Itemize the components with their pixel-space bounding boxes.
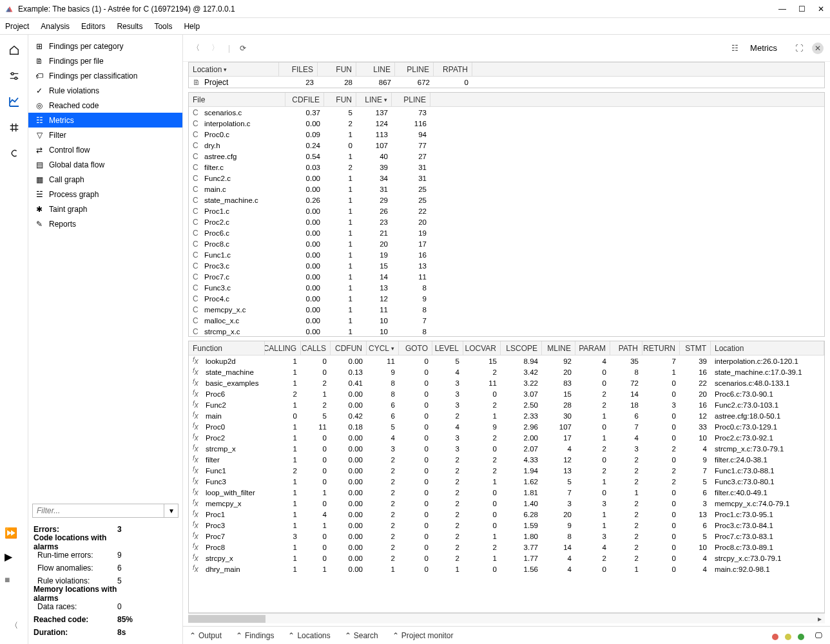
menu-results[interactable]: Results <box>117 22 142 31</box>
function-row[interactable]: fxFunc1200.0020221.94132227Func1.c:73.0-… <box>189 465 824 476</box>
nav-item-findings-per-classification[interactable]: 🏷Findings per classification <box>28 68 182 83</box>
output-tab-findings[interactable]: ⌃ Findings <box>236 631 274 640</box>
function-row[interactable]: fxFunc3100.0020211.6251225Func3.c:73.0-8… <box>189 476 824 487</box>
function-row[interactable]: fxstrcpy_x100.0020211.7742204strcpy_x.c:… <box>189 553 824 564</box>
function-row[interactable]: fxstate_machine100.1390423.422008116stat… <box>189 366 824 377</box>
function-row[interactable]: fxfilter100.0020224.33120209filter.c:24.… <box>189 454 824 465</box>
nav-item-reports[interactable]: ✎Reports <box>28 216 182 231</box>
col-path[interactable]: PATH <box>610 341 642 355</box>
col-cycl[interactable]: CYCL▾ <box>367 341 399 355</box>
minimize-button[interactable]: ― <box>778 5 786 13</box>
nav-item-call-graph[interactable]: ▦Call graph <box>28 172 182 187</box>
menu-project[interactable]: Project <box>5 22 29 31</box>
function-row[interactable]: fxProc01110.1850492.9610707033Proc0.c:73… <box>189 421 824 432</box>
nav-item-process-graph[interactable]: ☱Process graph <box>28 187 182 202</box>
menu-tools[interactable]: Tools <box>154 22 172 31</box>
maximize-button[interactable]: ☐ <box>798 5 806 13</box>
file-row[interactable]: Castree.cfg0.5414027 <box>189 151 824 162</box>
function-row[interactable]: fxProc3110.0020201.5991206Proc3.c:73.0-8… <box>189 520 824 531</box>
file-row[interactable]: Cstrcmp_x.c0.001108 <box>189 326 824 337</box>
col-location2[interactable]: Location <box>711 341 824 355</box>
function-row[interactable]: fxdhry_main110.0010101.5640104main.c:92.… <box>189 564 824 574</box>
fast-forward-icon[interactable]: ⏩ <box>5 527 17 539</box>
metrics-toolbar-icon[interactable]: ☷ <box>728 42 741 55</box>
file-row[interactable]: CProc8.c0.0012017 <box>189 238 824 249</box>
col-files[interactable]: FILES <box>279 62 318 76</box>
file-row[interactable]: CProc3.c0.0011513 <box>189 260 824 271</box>
col-param[interactable]: PARAM <box>575 341 610 355</box>
function-row[interactable]: fxProc8100.0020223.771442010Proc8.c:73.0… <box>189 542 824 553</box>
monitor-icon[interactable]: 🖵 <box>815 631 822 640</box>
file-row[interactable]: CFunc2.c0.0013431 <box>189 173 824 184</box>
file-row[interactable]: CFunc3.c0.001138 <box>189 282 824 293</box>
nav-item-control-flow[interactable]: ⇄Control flow <box>28 142 182 157</box>
col-file[interactable]: File <box>189 93 285 106</box>
function-row[interactable]: fxProc2100.0040322.001714010Proc2.c:73.0… <box>189 432 824 443</box>
col-goto[interactable]: GOTO <box>399 341 432 355</box>
file-row[interactable]: Cmemcpy_x.c0.001118 <box>189 304 824 315</box>
home-icon[interactable] <box>8 44 21 57</box>
file-row[interactable]: CProc7.c0.0011411 <box>189 271 824 282</box>
col-calling[interactable]: CALLING <box>265 341 301 355</box>
col-function[interactable]: Function <box>189 341 265 355</box>
sliders-icon[interactable] <box>8 70 21 82</box>
col-lscope[interactable]: LSCOPE <box>501 341 542 355</box>
nav-item-rule-violations[interactable]: ✓Rule violations <box>28 83 182 98</box>
function-row[interactable]: fxstrcmp_x100.0030302.0742324strcmp_x.c:… <box>189 443 824 454</box>
nav-filter-input[interactable] <box>33 504 164 517</box>
function-row[interactable]: fxlookup2d100.001105158.9492435739interp… <box>189 355 824 366</box>
back-icon[interactable]: 〈 <box>189 42 202 55</box>
nav-filter[interactable]: ▾ <box>32 504 179 518</box>
function-row[interactable]: fxProc7300.0020211.8083205Proc7.c:73.0-8… <box>189 531 824 542</box>
stop-icon[interactable]: ■ <box>5 574 17 585</box>
file-row[interactable]: Cscenarios.c0.37513773 <box>189 107 824 118</box>
menu-editors[interactable]: Editors <box>81 22 105 31</box>
close-button[interactable]: ✕ <box>817 5 825 13</box>
function-row[interactable]: fxmain050.4260212.333016012astree.cfg:18… <box>189 410 824 421</box>
col-cdfun[interactable]: CDFUN <box>331 341 367 355</box>
forward-icon[interactable]: 〉 <box>209 42 222 55</box>
output-tab-locations[interactable]: ⌃ Locations <box>288 631 330 640</box>
file-row[interactable]: CProc2.c0.0012320 <box>189 216 824 227</box>
col-cdfile[interactable]: CDFILE <box>285 93 324 106</box>
function-row[interactable]: fxFunc2120.0060322.5028218316Func2.c:73.… <box>189 399 824 410</box>
col-fun[interactable]: FUN <box>318 62 356 76</box>
output-tab-project-monitor[interactable]: ⌃ Project monitor <box>392 631 454 640</box>
nav-item-reached-code[interactable]: ◎Reached code <box>28 98 182 113</box>
function-row[interactable]: fxmemcpy_x100.0020201.4033203memcpy_x.c:… <box>189 498 824 509</box>
project-row[interactable]: 🗎Project 23 28 867 672 0 <box>189 77 824 88</box>
file-row[interactable]: Cmalloc_x.c0.001107 <box>189 315 824 326</box>
col-fun2[interactable]: FUN <box>324 93 356 106</box>
collapse-panel-icon[interactable]: 〈 <box>10 620 18 631</box>
menu-help[interactable]: Help <box>184 22 200 31</box>
fullscreen-icon[interactable]: ⛶ <box>793 42 806 55</box>
function-row[interactable]: fxloop_with_filter110.0020201.8170106fil… <box>189 487 824 498</box>
col-rpath[interactable]: RPATH <box>434 62 472 76</box>
output-tab-output[interactable]: ⌃ Output <box>189 631 222 640</box>
col-mline[interactable]: MLINE <box>542 341 575 355</box>
col-stmt[interactable]: STMT <box>680 341 711 355</box>
horizontal-scrollbar[interactable]: ◂ ▸ <box>188 613 825 623</box>
nav-item-findings-per-category[interactable]: ⊞Findings per category <box>28 39 182 53</box>
file-row[interactable]: CProc1.c0.0012622 <box>189 205 824 216</box>
col-line[interactable]: LINE <box>356 62 395 76</box>
col-level[interactable]: LEVEL <box>432 341 463 355</box>
col-location[interactable]: Location▾ <box>189 62 279 76</box>
nav-item-findings-per-file[interactable]: 🗎Findings per file <box>28 53 182 68</box>
col-locvar[interactable]: LOCVAR <box>463 341 501 355</box>
col-pline2[interactable]: PLINE <box>392 93 430 106</box>
file-row[interactable]: Cfilter.c0.0323931 <box>189 162 824 173</box>
nav-item-filter[interactable]: ▽Filter <box>28 128 182 142</box>
file-row[interactable]: CProc4.c0.001129 <box>189 293 824 304</box>
file-row[interactable]: Cdry.h0.24010777 <box>189 140 824 151</box>
output-tab-search[interactable]: ⌃ Search <box>345 631 378 640</box>
function-row[interactable]: fxProc1140.0020206.282012013Proc1.c:73.0… <box>189 509 824 520</box>
file-row[interactable]: Cinterpolation.c0.002124116 <box>189 118 824 129</box>
nav-item-metrics[interactable]: ☷Metrics <box>28 113 182 128</box>
chart-icon[interactable] <box>8 95 21 108</box>
grid-icon[interactable] <box>8 121 21 134</box>
function-row[interactable]: fxProc6210.0080303.0715214020Proc6.c:73.… <box>189 388 824 399</box>
menu-analysis[interactable]: Analysis <box>41 22 70 31</box>
c-lang-icon[interactable] <box>8 147 21 160</box>
file-row[interactable]: CProc6.c0.0012119 <box>189 227 824 238</box>
